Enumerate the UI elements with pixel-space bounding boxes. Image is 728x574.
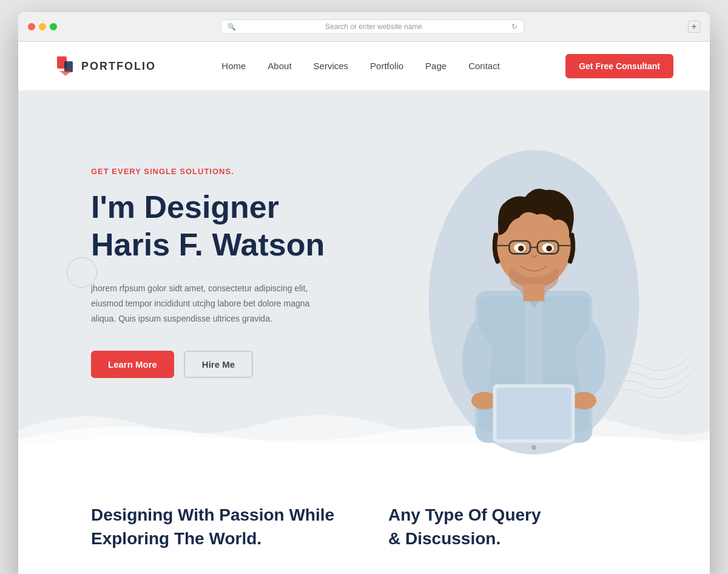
browser-window: 🔍 Search or enter website name ↻ + PORTF… [18, 12, 710, 574]
bottom-right-line1: Any Type Of Query [388, 505, 541, 524]
svg-point-16 [546, 246, 552, 252]
bottom-section: Designing With Passion While Exploring T… [18, 454, 710, 574]
hero-title-line1: I'm Designer [91, 189, 279, 225]
svg-rect-1 [64, 61, 73, 72]
logo: PORTFOLIO [55, 55, 156, 77]
close-button[interactable] [28, 23, 35, 30]
bottom-right-heading: Any Type Of Query & Discussion. [388, 503, 637, 550]
hero-buttons: Learn More Hire Me [91, 351, 406, 378]
learn-more-button[interactable]: Learn More [91, 351, 174, 378]
hero-person-image [406, 115, 661, 454]
nav-item-contact[interactable]: Contact [468, 61, 500, 71]
maximize-button[interactable] [50, 23, 57, 30]
nav-menu: Home About Services Portfolio Page Conta… [221, 61, 500, 72]
hero-title: I'm Designer Haris F. Watson [91, 188, 406, 264]
search-icon: 🔍 [228, 23, 236, 31]
hero-subtitle: GET EVERY SINGLE SOLUTIONS. [91, 167, 406, 176]
svg-rect-17 [524, 283, 545, 301]
svg-rect-21 [496, 388, 571, 439]
navbar: PORTFOLIO Home About Services Portfolio … [18, 42, 710, 90]
hire-me-button[interactable]: Hire Me [184, 351, 253, 378]
bottom-left-heading: Designing With Passion While Exploring T… [91, 503, 340, 550]
bottom-left-line1: Designing With Passion While [91, 505, 334, 524]
browser-chrome: 🔍 Search or enter website name ↻ + [18, 12, 710, 42]
person-svg [425, 127, 643, 454]
nav-item-portfolio[interactable]: Portfolio [370, 61, 403, 71]
hero-section: GET EVERY SINGLE SOLUTIONS. I'm Designer… [18, 90, 710, 454]
bottom-left: Designing With Passion While Exploring T… [91, 503, 340, 550]
logo-icon [55, 55, 76, 77]
website-content: PORTFOLIO Home About Services Portfolio … [18, 42, 710, 574]
traffic-lights [28, 23, 57, 30]
logo-text: PORTFOLIO [81, 60, 156, 73]
svg-point-15 [518, 246, 524, 252]
nav-item-about[interactable]: About [268, 61, 291, 71]
refresh-icon[interactable]: ↻ [511, 22, 517, 31]
svg-marker-2 [59, 71, 72, 76]
cta-button[interactable]: Get Free Consultant [565, 54, 673, 78]
bottom-right-line2: & Discussion. [388, 529, 500, 548]
hero-description: jhorem rfpsum golor sidt amet, consectet… [91, 281, 322, 327]
nav-item-services[interactable]: Services [314, 61, 349, 71]
hero-content: GET EVERY SINGLE SOLUTIONS. I'm Designer… [91, 167, 406, 378]
bottom-right: Any Type Of Query & Discussion. [388, 503, 637, 550]
nav-item-page[interactable]: Page [425, 61, 447, 71]
nav-item-home[interactable]: Home [221, 61, 246, 71]
minimize-button[interactable] [39, 23, 46, 30]
hero-title-line2: Haris F. Watson [91, 227, 325, 262]
address-bar-text: Search or enter website name [240, 22, 508, 31]
address-bar[interactable]: 🔍 Search or enter website name ↻ [221, 19, 524, 34]
bottom-left-line2: Exploring The World. [91, 529, 261, 548]
new-tab-button[interactable]: + [688, 21, 700, 33]
svg-point-22 [531, 445, 536, 450]
